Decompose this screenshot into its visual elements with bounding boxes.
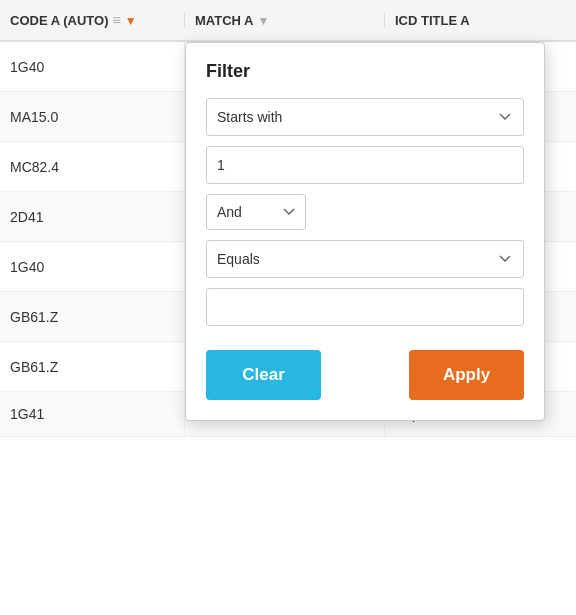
- table-container: CODE A (AUTO) MATCH A ICD TITLE A 1G40 n…: [0, 0, 576, 615]
- filter-title: Filter: [206, 61, 524, 82]
- table-header: CODE A (AUTO) MATCH A ICD TITLE A: [0, 0, 576, 42]
- cell-code-5: 1G40: [0, 242, 185, 291]
- col-match-label: MATCH A: [195, 13, 254, 28]
- filter-buttons: Clear Apply: [206, 350, 524, 400]
- filter-input-2[interactable]: [206, 288, 524, 326]
- col-header-icd: ICD TITLE A: [385, 13, 576, 28]
- col-header-code: CODE A (AUTO): [0, 12, 185, 28]
- apply-button[interactable]: Apply: [409, 350, 524, 400]
- col-icd-label: ICD TITLE A: [395, 13, 470, 28]
- filter-icon-code[interactable]: [125, 13, 139, 27]
- filter-popup: Filter Starts with Equals Contains Not c…: [185, 42, 545, 421]
- filter-input-1[interactable]: [206, 146, 524, 184]
- operator-select[interactable]: And Or: [206, 194, 306, 230]
- cell-code-7: GB61.Z: [0, 342, 185, 391]
- condition2-select[interactable]: Equals Starts with Contains Not contains…: [206, 240, 524, 278]
- cell-code-4: 2D41: [0, 192, 185, 241]
- cell-code-2: MA15.0: [0, 92, 185, 141]
- clear-button[interactable]: Clear: [206, 350, 321, 400]
- cell-code-6: GB61.Z: [0, 292, 185, 341]
- condition1-select[interactable]: Starts with Equals Contains Not contains…: [206, 98, 524, 136]
- operator-row: And Or: [206, 194, 524, 230]
- cell-code-8: 1G41: [0, 392, 185, 436]
- sort-icon[interactable]: [112, 12, 120, 28]
- filter-icon-match[interactable]: [258, 13, 272, 27]
- cell-code-1: 1G40: [0, 42, 185, 91]
- cell-code-3: MC82.4: [0, 142, 185, 191]
- col-header-match: MATCH A: [185, 13, 385, 28]
- col-code-label: CODE A (AUTO): [10, 13, 108, 28]
